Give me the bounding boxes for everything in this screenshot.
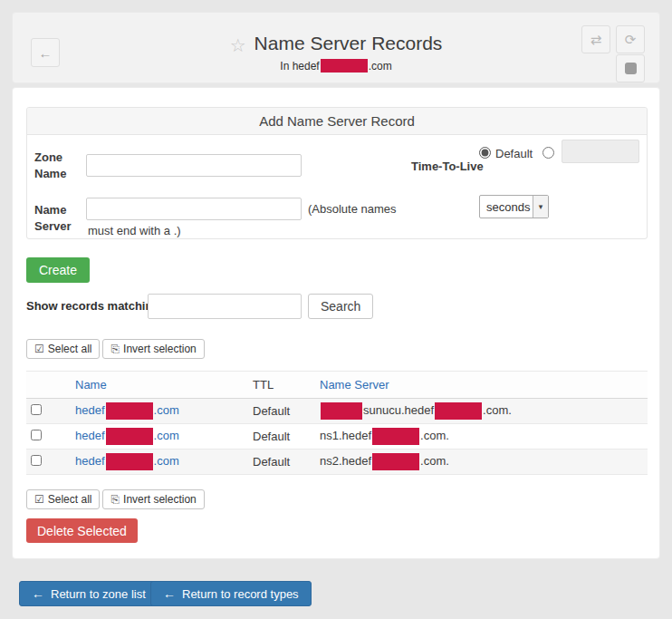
absolute-note-line2: must end with a .)	[88, 224, 181, 237]
name-server-label: Name Server	[34, 202, 83, 235]
form-body: Zone Name Time-To-Live Default seconds ▾…	[27, 135, 647, 238]
return-to-zone-list-label: Return to zone list	[51, 587, 146, 601]
record-text: hedef	[75, 454, 105, 468]
ttl-default-radio[interactable]	[479, 147, 491, 159]
ttl-unit-select[interactable]: seconds ▾	[479, 195, 549, 218]
record-name-server: sunucu.hedef.com.	[320, 402, 648, 420]
select-all-button[interactable]: ☑ Select all	[26, 489, 100, 509]
records-table-body: hedef.com Default sunucu.hedef.com. hede…	[26, 399, 648, 475]
page-title: Name Server Records	[254, 33, 443, 54]
subtitle-suffix: .com	[369, 60, 392, 73]
invert-selection-label: Invert selection	[123, 493, 197, 506]
invert-selection-button[interactable]: ⎘ Invert selection	[102, 339, 204, 359]
name-server-input[interactable]	[86, 198, 302, 220]
swap-view-button[interactable]: ⇄	[581, 25, 610, 53]
ttl-custom-input[interactable]	[562, 140, 639, 163]
refresh-icon: ⟳	[625, 33, 637, 46]
row-checkbox[interactable]	[31, 404, 42, 415]
table-row: hedef.com Default sunucu.hedef.com.	[26, 399, 648, 424]
record-text: sunucu.hedef	[363, 403, 434, 417]
title-row: ☆ Name Server Records	[13, 33, 659, 56]
redaction-box	[106, 453, 153, 470]
record-text: hedef	[75, 403, 105, 417]
check-square-icon: ☑	[34, 493, 44, 506]
search-input[interactable]	[148, 294, 302, 319]
record-name-server: ns1.hedef.com.	[320, 428, 648, 445]
add-record-form: Add Name Server Record Zone Name Time-To…	[26, 107, 648, 239]
record-text: ns2.hedef	[320, 454, 371, 468]
table-row: hedef.com Default ns2.hedef.com.	[26, 450, 648, 475]
invert-selection-icon: ⎘	[110, 343, 120, 355]
table-header-row: Name TTL Name Server	[26, 372, 648, 399]
select-all-label: Select all	[48, 493, 92, 506]
subtitle-prefix: In hedef	[280, 60, 319, 73]
record-text: .com	[154, 403, 179, 417]
redaction-box	[372, 453, 419, 470]
select-all-button[interactable]: ☑ Select all	[26, 339, 100, 359]
redaction-box	[372, 428, 419, 445]
row-checkbox[interactable]	[31, 455, 42, 466]
ttl-custom-radio[interactable]	[542, 147, 554, 159]
selection-controls-bottom: ☑ Select all ⎘ Invert selection	[26, 489, 205, 509]
column-header-name[interactable]: Name	[75, 378, 107, 392]
redaction-box	[321, 402, 362, 420]
delete-selected-button[interactable]: Delete Selected	[26, 518, 138, 543]
chevron-down-icon: ▾	[533, 196, 548, 218]
arrow-left-icon: ←	[163, 586, 176, 601]
page-subtitle: In hedef .com	[13, 59, 659, 73]
record-ttl: Default	[253, 430, 320, 443]
selection-controls-top: ☑ Select all ⎘ Invert selection	[26, 339, 205, 359]
record-text: .com	[154, 429, 179, 442]
record-name-link[interactable]: hedef.com	[75, 403, 179, 417]
ttl-default-label: Default	[495, 147, 533, 160]
select-all-label: Select all	[48, 343, 92, 355]
stop-button[interactable]	[616, 54, 645, 82]
swap-icon: ⇄	[590, 33, 602, 46]
form-title: Add Name Server Record	[27, 108, 647, 135]
return-to-zone-list-button[interactable]: ← Return to zone list	[19, 581, 158, 606]
ttl-label: Time-To-Live	[411, 159, 484, 175]
search-label: Show records matching:	[26, 294, 164, 319]
record-name-link[interactable]: hedef.com	[75, 454, 179, 468]
ttl-unit-value: seconds	[480, 200, 533, 214]
record-text: .com.	[420, 429, 449, 442]
redaction-box	[435, 402, 482, 420]
search-button[interactable]: Search	[308, 294, 373, 319]
records-table: Name TTL Name Server hedef.com Default s…	[26, 371, 648, 475]
redaction-box	[106, 428, 153, 445]
stop-square-icon	[625, 63, 637, 74]
zone-name-input[interactable]	[86, 154, 302, 177]
main-panel: Add Name Server Record Zone Name Time-To…	[12, 87, 660, 559]
record-name-link[interactable]: hedef.com	[75, 429, 179, 442]
page-header: ← ☆ Name Server Records In hedef .com ⇄ …	[12, 12, 660, 83]
invert-selection-button[interactable]: ⎘ Invert selection	[102, 489, 204, 509]
record-text: .com.	[483, 403, 512, 417]
redaction-box	[321, 59, 368, 73]
invert-selection-label: Invert selection	[123, 343, 197, 355]
record-name-server: ns2.hedef.com.	[320, 453, 648, 470]
create-button[interactable]: Create	[26, 257, 90, 283]
arrow-left-icon: ←	[32, 586, 44, 601]
refresh-button[interactable]: ⟳	[616, 25, 645, 53]
star-favorite-icon[interactable]: ☆	[230, 34, 246, 56]
return-to-record-types-button[interactable]: ← Return to record types	[150, 581, 312, 606]
column-header-name-server[interactable]: Name Server	[320, 378, 389, 392]
page: ← ☆ Name Server Records In hedef .com ⇄ …	[0, 0, 672, 619]
invert-selection-icon: ⎘	[110, 493, 120, 506]
record-text: .com	[154, 454, 179, 468]
column-header-ttl: TTL	[253, 378, 320, 392]
redaction-box	[106, 402, 153, 420]
record-text: .com.	[420, 454, 449, 468]
record-text: hedef	[75, 429, 105, 442]
record-ttl: Default	[253, 455, 320, 469]
check-square-icon: ☑	[34, 343, 44, 355]
record-text: ns1.hedef	[320, 429, 371, 442]
zone-name-label: Zone Name	[34, 150, 83, 182]
return-to-record-types-label: Return to record types	[182, 587, 299, 601]
record-ttl: Default	[253, 404, 320, 418]
absolute-note-line1: (Absolute names	[308, 202, 397, 216]
table-row: hedef.com Default ns1.hedef.com.	[26, 424, 648, 450]
row-checkbox[interactable]	[31, 430, 42, 440]
